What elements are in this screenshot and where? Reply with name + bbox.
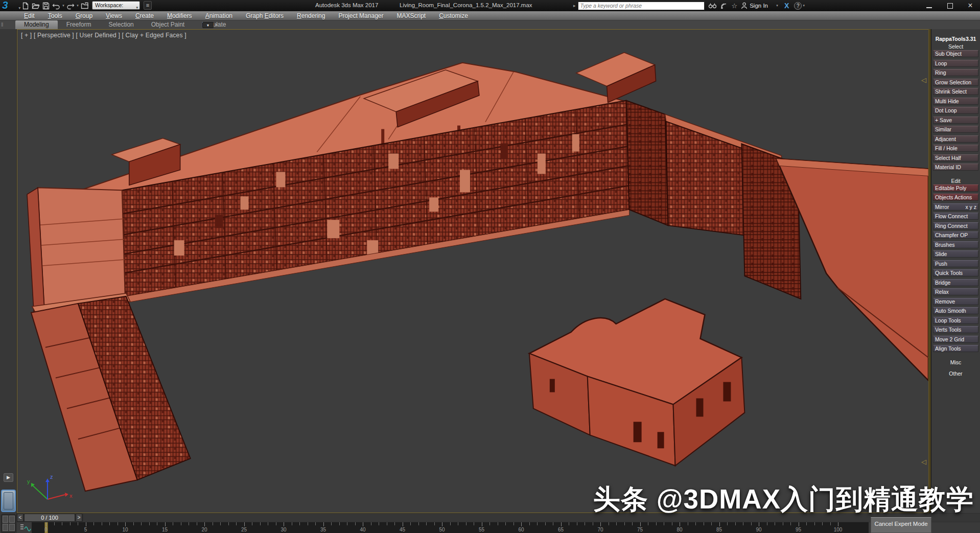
- rappatools-button-fill-hole[interactable]: Fill / Hole: [933, 145, 978, 152]
- mirror-axis-options[interactable]: x y z: [965, 204, 976, 210]
- rappatools-button-champfer-op[interactable]: Champfer OP: [933, 231, 978, 239]
- ribbon-tab-selection[interactable]: Selection: [100, 20, 142, 29]
- menu-animation[interactable]: Animation: [199, 11, 239, 20]
- ribbon-tab-object-paint[interactable]: Object Paint: [143, 20, 193, 29]
- menu-rendering[interactable]: Rendering: [290, 11, 332, 20]
- signin-button[interactable]: Sign In: [741, 1, 768, 10]
- new-file-button[interactable]: [20, 1, 31, 10]
- ribbon-grip-handle[interactable]: ‖: [1, 21, 4, 28]
- communication-center-button[interactable]: [720, 1, 728, 10]
- rappatools-button--save[interactable]: + Save: [933, 117, 978, 124]
- rappatools-button-select-half[interactable]: Select Half: [933, 154, 978, 161]
- rappatools-button-move-2-grid[interactable]: Move 2 Grid: [933, 336, 978, 343]
- help-dropdown[interactable]: ▾: [802, 4, 806, 8]
- open-file-button[interactable]: [31, 1, 41, 10]
- rappatools-button-relax[interactable]: Relax: [933, 288, 978, 295]
- cancel-expert-mode-button[interactable]: Cancel Expert Mode: [871, 517, 931, 533]
- ribbon-minimize-button[interactable]: ▼: [202, 22, 214, 28]
- app-menu-button[interactable]: 3▾: [2, 0, 19, 12]
- menu-maxscript[interactable]: MAXScript: [390, 11, 432, 20]
- viewport-label[interactable]: [ + ] [ Perspective ] [ User Defined ] […: [21, 32, 186, 39]
- ruler-tick: [442, 522, 442, 526]
- rappatools-button-mirror[interactable]: Mirrorx y z: [933, 203, 978, 211]
- rappatools-button-bridge[interactable]: Bridge: [933, 279, 978, 286]
- qat-customize-button[interactable]: ≡: [144, 1, 152, 10]
- rappatools-button-auto-smooth[interactable]: Auto Smooth: [933, 307, 978, 314]
- layout-preset-single[interactable]: [1, 490, 16, 512]
- rappatools-button-grow-selection[interactable]: Grow Selection: [933, 79, 978, 86]
- menu-project-manager[interactable]: Project Manager: [332, 11, 390, 20]
- search-input[interactable]: [578, 2, 705, 10]
- rappatools-button-adjacent[interactable]: Adjacent: [933, 135, 978, 143]
- previous-frame-button[interactable]: <: [17, 514, 24, 522]
- infocenter-collapse-icon[interactable]: ▸: [573, 3, 576, 8]
- workspace-dropdown[interactable]: Workspace: Default ▾: [92, 1, 140, 10]
- rappatools-button-sub-object[interactable]: Sub Object: [933, 50, 978, 57]
- perspective-viewport[interactable]: x y z [ + ] [ Perspective ] [ User Defin…: [17, 29, 929, 513]
- ruler-tick: [799, 522, 799, 526]
- undo-button[interactable]: [51, 1, 61, 10]
- rappatools-button-editable-poly[interactable]: Editable Poly: [933, 184, 978, 192]
- menu-group[interactable]: Group: [69, 11, 99, 20]
- triangle-left-icon: ◁: [921, 458, 926, 466]
- layout-preset-quad[interactable]: [1, 514, 16, 533]
- ribbon-tab-freeform[interactable]: Freeform: [58, 20, 100, 29]
- signin-dropdown[interactable]: ▾: [775, 4, 779, 8]
- menu-views[interactable]: Views: [99, 11, 129, 20]
- set-project-folder-button[interactable]: [80, 1, 90, 10]
- rappatools-button-loop[interactable]: Loop: [933, 60, 978, 67]
- rappatools-button-remove[interactable]: Remove: [933, 298, 978, 305]
- menu-create[interactable]: Create: [129, 11, 160, 20]
- rappatools-button-ring-connect[interactable]: Ring Connect: [933, 222, 978, 229]
- rappatools-button-multi-hide[interactable]: Multi Hide: [933, 98, 978, 105]
- time-slider-handle[interactable]: 0 / 100: [24, 514, 75, 522]
- ruler-tick-label: 55: [475, 527, 488, 532]
- rappatools-button-loop-tools[interactable]: Loop Tools: [933, 317, 978, 324]
- rappatools-button-similar[interactable]: Similar: [933, 126, 978, 133]
- ruler-tick-label: 75: [634, 527, 647, 532]
- binoculars-icon: [708, 2, 717, 9]
- layout-tabs-expand-button[interactable]: ▶: [4, 473, 13, 482]
- close-button[interactable]: ×: [966, 2, 975, 10]
- ribbon-minimize-dropdown[interactable]: ▾: [216, 23, 218, 27]
- rappatools-button-brushes[interactable]: Brushes: [933, 241, 978, 248]
- ribbon-tab-modeling[interactable]: Modeling: [15, 20, 58, 29]
- minimize-button[interactable]: [925, 2, 934, 10]
- save-button[interactable]: [41, 1, 51, 10]
- menu-tools[interactable]: Tools: [41, 11, 69, 20]
- search-button[interactable]: [708, 1, 717, 10]
- low-building-model[interactable]: [529, 299, 745, 466]
- rappatools-button-dot-loop[interactable]: Dot Loop: [933, 107, 978, 114]
- panel-collapse-arrow-top[interactable]: ◁: [919, 76, 928, 84]
- favorites-button[interactable]: ☆: [732, 1, 738, 10]
- rappatools-button-align-tools[interactable]: Align Tools: [933, 345, 978, 352]
- rappatools-button-flow-connect[interactable]: Flow Connect: [933, 213, 978, 220]
- timeline-ruler[interactable]: 0510152025303540455055606570758085909510…: [32, 522, 869, 533]
- next-frame-button[interactable]: >: [76, 514, 82, 522]
- mini-curve-editor-button[interactable]: [19, 523, 32, 532]
- exchange-apps-button[interactable]: X: [784, 2, 789, 10]
- restore-button[interactable]: [945, 2, 954, 10]
- panel-collapse-arrow-bottom[interactable]: ◁: [919, 458, 928, 466]
- ruler-tick: [46, 522, 46, 526]
- rappatools-button-verts-tools[interactable]: Verts Tools: [933, 326, 978, 333]
- scene-canvas[interactable]: x y z: [17, 30, 928, 513]
- rappatools-button-shrink-select[interactable]: Shrink Select: [933, 88, 978, 95]
- undo-dropdown[interactable]: ▾: [61, 4, 65, 8]
- menu-customize[interactable]: Customize: [432, 11, 475, 20]
- rappatools-button-material-id[interactable]: Material ID: [933, 164, 978, 171]
- ruler-tick-label: 95: [792, 527, 805, 532]
- rappatools-button-slide[interactable]: Slide: [933, 250, 978, 258]
- ruler-tick: [355, 522, 356, 525]
- menu-edit[interactable]: Edit: [17, 11, 41, 20]
- menu-graph-editors[interactable]: Graph Editors: [239, 11, 290, 20]
- rappatools-button-quick-tools[interactable]: Quick Tools: [933, 269, 978, 276]
- menu-modifiers[interactable]: Modifiers: [160, 11, 199, 20]
- redo-dropdown[interactable]: ▾: [76, 4, 80, 8]
- rappatools-button-ring[interactable]: Ring: [933, 69, 978, 76]
- help-button[interactable]: ?: [794, 2, 802, 10]
- rappatools-button-push[interactable]: Push: [933, 260, 978, 267]
- rappatools-button-objects-actions[interactable]: Objects Actions: [933, 194, 978, 201]
- ribbon-tab-populate[interactable]: Populate: [193, 20, 235, 29]
- redo-button[interactable]: [65, 1, 76, 10]
